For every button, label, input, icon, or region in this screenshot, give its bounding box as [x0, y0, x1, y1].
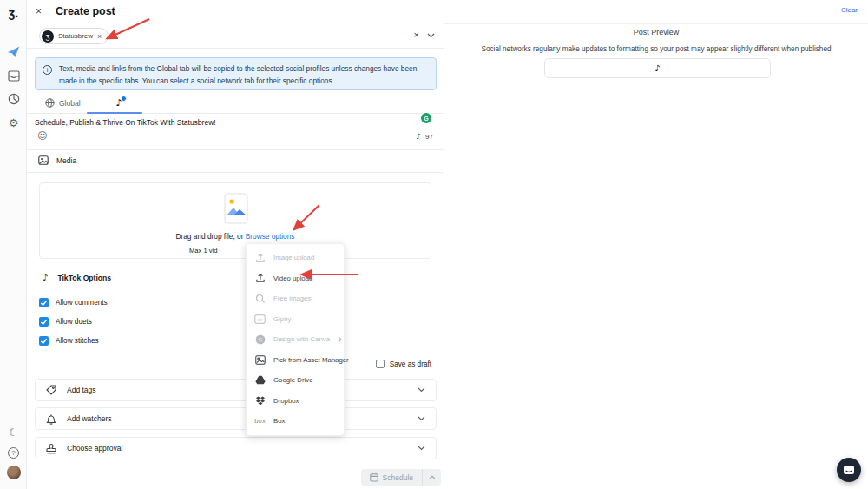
checkbox-allow-comments[interactable]: Allow comments [39, 298, 108, 307]
preview-network-tab[interactable]: ♪ [544, 58, 771, 78]
tab-tiktok[interactable]: ♪ [95, 93, 142, 113]
chip-remove-icon[interactable]: × [97, 32, 102, 41]
section-label: Add tags [67, 386, 96, 394]
chat-bubble-icon [843, 465, 855, 476]
chevron-right-icon [338, 336, 342, 343]
browse-options-menu: Image upload Video upload Free images GI… [246, 243, 345, 436]
checkbox-checked-icon [39, 317, 49, 327]
calendar-icon [370, 472, 378, 482]
menu-item-box[interactable]: box Box [247, 411, 344, 432]
profile-chip-label: Statusbrew [58, 32, 93, 40]
media-dropzone[interactable]: Drag and drop file, or Browse options Ma… [39, 182, 431, 259]
help-button[interactable]: ? [0, 443, 27, 462]
sidebar-item-inbox[interactable] [0, 66, 27, 85]
asset-manager-icon [254, 355, 266, 365]
emoji-picker-icon[interactable]: ☺ [37, 131, 47, 141]
chevron-down-icon [418, 416, 425, 421]
save-as-draft-label: Save as draft [390, 360, 431, 368]
section-label: Choose approval [67, 444, 122, 453]
divider [444, 23, 868, 24]
svg-text:GIF: GIF [257, 317, 263, 321]
checkbox-unchecked-icon [376, 360, 385, 368]
checkbox-allow-duets[interactable]: Allow duets [39, 317, 92, 327]
checkbox-checked-icon [39, 336, 49, 346]
menu-item-label: Giphy [273, 315, 291, 323]
schedule-label: Schedule [383, 473, 413, 482]
profile-selector[interactable]: ʒ Statusbrew × × [27, 23, 444, 49]
grammarly-icon[interactable]: G [421, 113, 431, 123]
tiktok-icon: ♪ [654, 64, 660, 73]
network-tabs: Global ♪ [27, 93, 444, 114]
tab-global[interactable]: Global [45, 93, 81, 113]
section-add-watchers[interactable]: Add watchers [35, 407, 437, 430]
menu-item-label: Pick from Asset Manager [273, 356, 349, 364]
schedule-button-main[interactable]: Schedule [361, 469, 423, 486]
menu-item-label: Dropbox [273, 397, 299, 405]
menu-item-image-upload: Image upload [247, 248, 344, 268]
globe-icon [45, 98, 55, 108]
char-counter: ♪ 97 [416, 133, 433, 141]
svg-text:C: C [258, 336, 262, 343]
menu-item-video-upload[interactable]: Video upload [247, 268, 344, 289]
section-add-tags[interactable]: Add tags [35, 379, 437, 401]
divider [27, 268, 444, 268]
user-avatar[interactable] [0, 463, 27, 482]
menu-item-label: Free images [273, 294, 311, 302]
menu-item-asset-manager[interactable]: Pick from Asset Manager [247, 350, 344, 371]
menu-item-google-drive[interactable]: Google Drive [247, 370, 344, 391]
tiktok-options-title: TikTok Options [57, 274, 111, 282]
post-preview-panel: Clear Post Preview Social networks regul… [444, 0, 868, 489]
menu-item-dropbox[interactable]: Dropbox [247, 391, 344, 412]
canva-icon: C [254, 334, 266, 345]
menu-item-label: Design with Canva [273, 335, 330, 343]
media-section-title: Media [56, 156, 76, 165]
checkbox-label: Allow comments [56, 299, 108, 307]
char-count-value: 97 [425, 133, 433, 141]
dropzone-limit-hint: Max 1 vid [189, 247, 218, 254]
dark-mode-toggle[interactable]: ☾ [0, 423, 27, 442]
dropzone-text: Drag and drop file, or Browse options [40, 232, 431, 241]
create-post-panel: × Create post ʒ Statusbrew × × i Text, m… [27, 0, 444, 489]
divider [27, 149, 444, 150]
menu-item-label: Box [273, 417, 285, 425]
gif-icon: GIF [254, 314, 266, 324]
menu-item-label: Google Drive [273, 376, 313, 384]
profile-avatar: ʒ [42, 30, 54, 43]
clear-link[interactable]: Clear [841, 6, 858, 14]
approval-stamp-icon [46, 443, 56, 454]
divider [27, 172, 444, 173]
preview-title: Post Preview [444, 28, 868, 36]
tag-icon [46, 385, 56, 395]
save-as-draft-checkbox[interactable]: Save as draft [376, 360, 431, 368]
pie-chart-icon [8, 93, 20, 105]
sidebar-item-reports[interactable] [0, 89, 27, 109]
tiktok-options-header: ♪ TikTok Options [43, 274, 111, 282]
menu-item-giphy: GIF Giphy [247, 309, 344, 330]
section-choose-approval[interactable]: Choose approval [35, 437, 437, 459]
sidebar-item-settings[interactable]: ⚙ [0, 113, 27, 132]
tab-global-label: Global [59, 99, 81, 108]
schedule-dropdown-toggle[interactable] [423, 469, 441, 486]
dropbox-icon [254, 396, 266, 406]
browse-options-link[interactable]: Browse options [246, 232, 295, 241]
menu-item-free-images: Free images [247, 288, 344, 309]
checkbox-allow-stitches[interactable]: Allow stitches [39, 336, 99, 346]
search-icon [254, 294, 266, 304]
media-section-header: Media [38, 155, 76, 165]
info-banner-text: Text, media and links from the Global ta… [59, 63, 427, 89]
bell-icon [46, 413, 56, 425]
profile-chip-statusbrew[interactable]: ʒ Statusbrew × [39, 28, 108, 44]
chevron-down-icon [418, 387, 425, 393]
close-icon[interactable]: × [36, 5, 42, 17]
avatar [7, 466, 21, 479]
sidebar-item-publish[interactable] [0, 43, 27, 62]
schedule-button[interactable]: Schedule [361, 469, 441, 486]
upload-icon [254, 273, 266, 283]
selector-clear-icon[interactable]: × [414, 30, 419, 40]
chevron-down-icon[interactable] [427, 33, 435, 38]
post-text[interactable]: Schedule, Publish & Thrive On TikTok Wit… [35, 118, 216, 127]
chat-launcher-button[interactable] [837, 458, 861, 482]
section-label: Add watchers [67, 414, 112, 423]
tab-badge [121, 96, 127, 102]
divider [27, 354, 444, 354]
